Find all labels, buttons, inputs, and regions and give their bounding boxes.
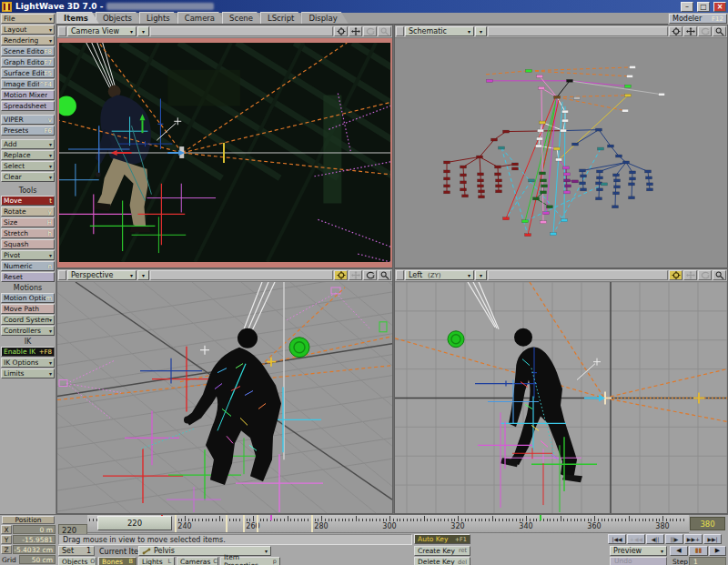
sidebar-item-file[interactable]: File▾ (1, 14, 55, 24)
move-icon[interactable] (349, 270, 362, 280)
create-key-button[interactable]: Create Keyret (414, 546, 470, 556)
center-icon[interactable] (334, 270, 348, 280)
tab-scene[interactable]: Scene (222, 12, 264, 24)
viewport-corner-handle[interactable] (396, 270, 404, 280)
transport-button-3[interactable]: ||▶ (665, 534, 683, 544)
viewport-corner-handle[interactable] (58, 26, 66, 36)
sidebar-item-size[interactable]: SizeH (1, 217, 55, 227)
perspective-view-select[interactable]: Perspective▾ (67, 270, 136, 280)
sidebar-item-motion-mixer[interactable]: Motion Mixer (1, 90, 55, 100)
play-button[interactable]: ▶ (709, 546, 726, 556)
step-value-field[interactable]: 1 (689, 557, 726, 565)
tab-display[interactable]: Display (301, 12, 348, 24)
rotate-icon[interactable] (698, 26, 712, 36)
y-value-field[interactable]: -15.9581 cm (13, 535, 56, 544)
sidebar-item-ik-options[interactable]: IK Options▾ (1, 358, 55, 368)
sidebar-item-motion-options[interactable]: Motion Optionsm (1, 293, 55, 303)
center-icon[interactable] (334, 26, 348, 36)
viewport-corner-handle[interactable] (58, 270, 66, 280)
close-button[interactable]: × (713, 2, 726, 12)
sidebar-item-graph-editor[interactable]: Graph EditorF7 (1, 57, 55, 67)
position-mode-button[interactable]: Position (2, 516, 55, 524)
sidebar-item-select[interactable]: Select▾ (1, 161, 55, 171)
schematic-view-options[interactable]: ▾ (475, 26, 487, 36)
transport-button-4[interactable]: ▶▶+ (684, 534, 703, 544)
item-properties-button[interactable]: Item Propertiesp (220, 557, 280, 565)
sidebar-item-enable-ik[interactable]: Enable IK+F8 (1, 347, 55, 357)
preview-dropdown[interactable]: Preview ▾ (610, 546, 667, 556)
sidebar-item-add[interactable]: Add▾ (1, 139, 55, 149)
schematic-canvas[interactable] (395, 38, 727, 267)
tab-items[interactable]: Items (56, 12, 99, 24)
sidebar-item-limits[interactable]: Limits▾ (1, 368, 55, 378)
left-view-canvas[interactable] (395, 282, 727, 513)
perspective-canvas[interactable] (57, 282, 392, 513)
sidebar-item-presets[interactable]: PresetsF6 (1, 126, 55, 136)
sidebar-item-move[interactable]: Movet (1, 196, 55, 206)
zoom-icon[interactable] (378, 270, 391, 280)
camera-view-canvas[interactable] (57, 38, 392, 267)
sidebar-item-rendering[interactable]: Rendering▾ (1, 35, 55, 45)
camera-view-options[interactable]: ▾ (137, 26, 149, 36)
move-icon[interactable] (349, 26, 362, 36)
transport-button-0[interactable]: |◀◀ (608, 534, 626, 544)
minimize-button[interactable]: – (681, 2, 693, 12)
sidebar-item-scene-editor[interactable]: Scene EditorF8 (1, 46, 55, 56)
sidebar-item-surface-editor[interactable]: Surface EditorF5 (1, 68, 55, 78)
pause-button[interactable]: ▮▮ (689, 546, 708, 556)
sidebar-item-clear[interactable]: Clear▾ (1, 172, 55, 182)
left-view-select[interactable]: Left(ZY)▾ (405, 270, 474, 280)
transport-button-5[interactable]: ▶▶| (703, 534, 722, 544)
rotate-icon[interactable] (363, 26, 377, 36)
viewport-corner-handle[interactable] (396, 26, 404, 36)
restore-button[interactable]: □ (697, 2, 710, 12)
zoom-icon[interactable] (713, 26, 726, 36)
modeler-button[interactable]: Modeler F12 (669, 14, 727, 24)
auto-key-button[interactable]: Auto Key+F1 (414, 534, 470, 544)
rotate-icon[interactable] (698, 270, 712, 280)
sidebar-item-pivot[interactable]: Pivot▾ (1, 250, 55, 260)
sidebar-item-numeric[interactable]: Numericn (1, 261, 55, 271)
undo-button[interactable]: Undo (610, 557, 667, 565)
delete-key-button[interactable]: Delete Keydel (414, 557, 470, 565)
sidebar-item-controllers[interactable]: Controllers▾ (1, 326, 55, 336)
timeline-slider[interactable]: 220 (97, 516, 172, 530)
sidebar-item-squash[interactable]: Squash (1, 239, 55, 249)
schematic-view-select[interactable]: Schematic▾ (405, 26, 474, 36)
sidebar-item-viper[interactable]: VIPERv (1, 115, 55, 125)
center-icon[interactable] (669, 26, 682, 36)
move-icon[interactable] (683, 270, 697, 280)
transport-button-1[interactable]: +◀◀ (627, 534, 645, 544)
tab-objects[interactable]: Objects (96, 12, 143, 24)
z-value-field[interactable]: -5.4032 cm (13, 545, 56, 554)
tab-lights[interactable]: Lights (139, 12, 181, 24)
x-value-field[interactable]: 0 m (13, 525, 56, 534)
sidebar-item-layout[interactable]: Layout▾ (1, 25, 55, 35)
transport-button-2[interactable]: ◀|| (646, 534, 664, 544)
cameras-button[interactable]: CamerasC (177, 557, 218, 565)
sidebar-item-move-path[interactable]: Move Path (1, 304, 55, 314)
sidebar-item-image-editor[interactable]: Image Editor^F4 (1, 79, 55, 89)
sidebar-item-replace[interactable]: Replace▾ (1, 150, 55, 160)
sidebar-item-spreadsheet[interactable]: Spreadsheet (1, 101, 55, 111)
set-field[interactable]: Set 1 (58, 546, 95, 556)
camera-view-select[interactable]: Camera View▾ (67, 26, 136, 36)
bones-button[interactable]: BonesB (98, 557, 136, 565)
end-frame-field[interactable]: 380 (690, 517, 725, 530)
tab-camera[interactable]: Camera (177, 12, 226, 24)
perspective-view-options[interactable]: ▾ (137, 270, 149, 280)
play-reverse-button[interactable]: ◀ (670, 546, 688, 556)
sidebar-item-rotate[interactable]: Rotatey (1, 207, 55, 217)
sidebar-item-reset[interactable]: Reset (1, 272, 55, 282)
left-view-options[interactable]: ▾ (475, 270, 487, 280)
center-icon[interactable] (669, 270, 682, 280)
objects-button[interactable]: ObjectsO (58, 557, 96, 565)
sidebar-item-coord-system[interactable]: Coord System▾ (1, 315, 55, 325)
rotate-icon[interactable] (363, 270, 377, 280)
lights-button[interactable]: LightsL (138, 557, 175, 565)
frame-ruler[interactable]: 220240260280300320340360380220 (87, 515, 689, 533)
move-icon[interactable] (683, 26, 697, 36)
zoom-icon[interactable] (713, 270, 726, 280)
zoom-icon[interactable] (378, 26, 391, 36)
sidebar-item-stretch[interactable]: Stretchh (1, 228, 55, 238)
